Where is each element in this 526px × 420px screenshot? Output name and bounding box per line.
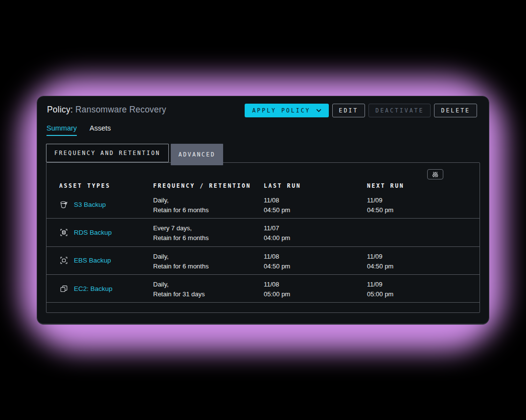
- tab-frequency-and-retention[interactable]: FREQUENCY AND RETENTION: [46, 144, 169, 162]
- policy-name: Ransomware Recovery: [75, 105, 166, 114]
- table-header: ASSET TYPES FREQUENCY / RETENTION LAST R…: [46, 182, 480, 189]
- page-title: Policy: Ransomware Recovery: [47, 105, 166, 115]
- next-run-cell: 11/09 05:00 pm: [367, 275, 480, 302]
- next-run-cell: 11/09 04:50 pm: [367, 247, 480, 274]
- asset-link-ec2[interactable]: EC2: Backup: [74, 285, 113, 292]
- asset-link-ebs[interactable]: EBS Backup: [74, 257, 111, 264]
- asset-cell: EBS Backup: [46, 247, 153, 274]
- next-run-cell: [367, 219, 480, 246]
- filter-icon: [432, 171, 439, 178]
- column-header-frequency-retention: FREQUENCY / RETENTION: [153, 182, 264, 189]
- column-header-next-run: NEXT RUN: [367, 182, 480, 189]
- frequency-cell: Daily, Retain for 6 months: [153, 247, 264, 274]
- frequency-cell: Daily, Retain for 31 days: [153, 275, 264, 302]
- tab-summary[interactable]: Summary: [46, 124, 77, 136]
- action-buttons: APPLY POLICY EDIT DEACTIVATE DELETE: [245, 104, 477, 117]
- ebs-volume-icon: [59, 256, 69, 265]
- edit-button[interactable]: EDIT: [332, 104, 366, 117]
- frequency-cell: Every 7 days, Retain for 6 months: [153, 219, 264, 246]
- last-run-cell: 11/08 04:50 pm: [264, 191, 367, 218]
- page-background: Policy: Ransomware Recovery APPLY POLICY…: [0, 0, 526, 420]
- last-run-cell: 11/08 05:00 pm: [264, 275, 367, 302]
- filter-button[interactable]: [427, 169, 443, 179]
- apply-policy-button[interactable]: APPLY POLICY: [245, 104, 328, 117]
- asset-cell: S3 Backup: [46, 191, 153, 218]
- asset-cell: EC2: Backup: [46, 275, 153, 302]
- ec2-instance-icon: [59, 284, 69, 293]
- deactivate-button[interactable]: DEACTIVATE: [368, 104, 431, 117]
- column-header-asset-types: ASSET TYPES: [46, 182, 153, 189]
- asset-link-s3[interactable]: S3 Backup: [74, 201, 106, 208]
- next-run-cell: 11/09 04:50 pm: [367, 191, 480, 218]
- main-tabs: Summary Assets: [46, 124, 111, 136]
- policy-title-label: Policy:: [47, 105, 73, 114]
- asset-cell: RDS Backup: [46, 219, 153, 246]
- rds-database-icon: [59, 228, 69, 237]
- delete-button[interactable]: DELETE: [434, 104, 477, 117]
- table-row: EBS Backup Daily, Retain for 6 months 11…: [46, 247, 480, 275]
- last-run-cell: 11/08 04:50 pm: [264, 247, 367, 274]
- s3-bucket-icon: [59, 200, 69, 209]
- tab-assets[interactable]: Assets: [90, 124, 111, 136]
- table-row: RDS Backup Every 7 days, Retain for 6 mo…: [46, 219, 480, 246]
- last-run-cell: 11/07 04:00 pm: [264, 219, 367, 246]
- policy-card: Policy: Ransomware Recovery APPLY POLICY…: [37, 96, 489, 325]
- tab-advanced[interactable]: ADVANCED: [171, 144, 223, 165]
- column-header-last-run: LAST RUN: [264, 182, 367, 189]
- frequency-cell: Daily, Retain for 6 months: [153, 191, 264, 218]
- table-body: S3 Backup Daily, Retain for 6 months 11/…: [46, 191, 480, 303]
- table-row: EC2: Backup Daily, Retain for 31 days 11…: [46, 275, 480, 303]
- chevron-down-icon: [316, 109, 321, 112]
- asset-link-rds[interactable]: RDS Backup: [74, 229, 112, 236]
- table-row: S3 Backup Daily, Retain for 6 months 11/…: [46, 191, 480, 219]
- backup-schedule-panel: ASSET TYPES FREQUENCY / RETENTION LAST R…: [46, 162, 480, 313]
